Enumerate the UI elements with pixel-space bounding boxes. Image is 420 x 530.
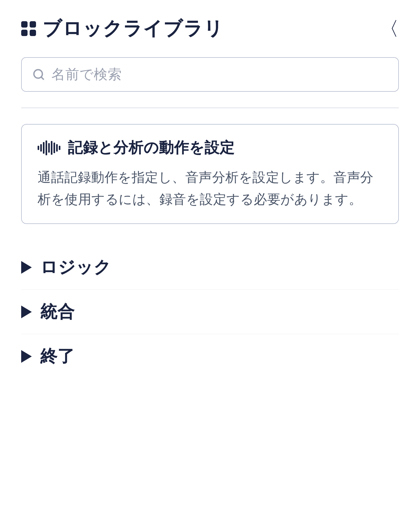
header-left: ブロックライブラリ [21,16,224,41]
section-label-end: 終了 [40,345,75,368]
search-icon [32,68,45,81]
card-title: 記録と分析の動作を設定 [68,138,235,158]
svg-line-1 [41,77,43,79]
divider [21,108,399,108]
search-box[interactable]: 名前で検索 [21,57,399,92]
triangle-icon [21,350,32,363]
section-label-logic: ロジック [40,256,111,279]
waveform-icon [38,140,60,155]
card-header: 記録と分析の動作を設定 [38,138,382,158]
header: ブロックライブラリ 〈 [21,16,399,41]
section-list: ロジック 統合 終了 [21,245,399,378]
search-placeholder: 名前で検索 [51,65,122,84]
section-label-integration: 統合 [40,300,75,323]
card-description: 通話記録動作を指定し、音声分析を設定します。音声分析を使用するには、録音を設定す… [38,166,382,210]
section-item-integration[interactable]: 統合 [21,290,399,334]
triangle-icon [21,261,32,274]
back-button[interactable]: 〈 [380,19,399,38]
block-library-icon [21,21,36,36]
triangle-icon [21,306,32,318]
page-title: ブロックライブラリ [42,16,224,41]
section-item-end[interactable]: 終了 [21,334,399,378]
feature-card: 記録と分析の動作を設定 通話記録動作を指定し、音声分析を設定します。音声分析を使… [21,124,399,224]
section-item-logic[interactable]: ロジック [21,245,399,290]
search-container: 名前で検索 [21,57,399,92]
